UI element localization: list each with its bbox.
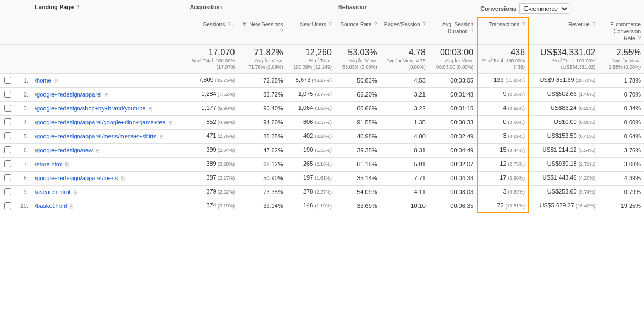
sessions-col-header[interactable]: Sessions ? ↓ [186,18,238,44]
totals-new-sessions-cell: 71.82% Avg for View: 71.76% (0.09%) [238,44,286,73]
copy-icon[interactable]: ⎘ [55,78,58,84]
page-link[interactable]: /store.html [35,161,62,167]
row-checkbox[interactable] [4,105,11,112]
row-num: 1. [15,73,32,87]
page-link[interactable]: /google+redesign/new [35,147,93,153]
page-link[interactable]: /google+redesign/apparel/mens [35,175,118,181]
row-sessions: 1,177 (6.90%) [186,101,238,115]
row-page: /home ⎘ [32,73,186,87]
row-ecommerce-rate: 0.34% [598,101,644,115]
totals-avg-session-sub: Avg for View: 00:03:00 (0.00%) [432,57,473,71]
row-num: 3. [15,101,32,115]
avg-session-col-header[interactable]: Avg. Session Duration ? [429,18,477,44]
new-users-help-icon[interactable]: ? [328,21,332,27]
row-page: /basket.html ⎘ [32,199,186,213]
row-avg-session: 00:01:15 [429,101,477,115]
row-new-users: 190 (1.55%) [287,143,335,157]
row-checkbox-cell[interactable] [0,185,15,199]
copy-icon[interactable]: ⎘ [70,203,73,209]
pages-session-label: Pages/Session [384,21,420,27]
table-row: 4. /google+redesign/apparel/google+dino+… [0,115,644,129]
row-new-sessions: 94.60% [238,115,286,129]
bounce-rate-help-icon[interactable]: ? [374,21,377,27]
ecommerce-rate-help-icon[interactable]: ? [638,35,641,41]
page-link[interactable]: /google+redesign/apparel/google+dino+gam… [35,119,165,125]
table-row: 3. /google+redesign/shop+by+brand/youtub… [0,101,644,115]
pages-session-col-header[interactable]: Pages/Session ? [380,18,429,44]
ecommerce-rate-col-header[interactable]: E-commerce Conversion Rate ? [598,18,644,44]
copy-icon[interactable]: ⎘ [96,147,99,153]
row-transactions: 72 (16.51%) [477,199,529,213]
revenue-help-icon[interactable]: ? [592,21,596,27]
avg-session-help-icon[interactable]: ? [471,28,474,34]
revenue-col-header[interactable]: Revenue ? [529,18,598,44]
row-sessions: 471 (2.76%) [186,129,238,143]
pages-session-help-icon[interactable]: ? [422,21,426,27]
row-new-users: 806 (6.57%) [287,115,335,129]
bounce-rate-col-header[interactable]: Bounce Rate ? [335,18,380,44]
totals-sessions-cell: 17,070 % of Total: 100.00% (17,070) [186,44,238,73]
row-checkbox-cell[interactable] [0,157,15,171]
row-bounce-rate: 60.66% [335,101,380,115]
copy-icon[interactable]: ⎘ [65,161,69,167]
copy-icon[interactable]: ⎘ [160,133,163,139]
row-checkbox[interactable] [4,118,11,125]
row-new-sessions: 68.12% [238,157,286,171]
landing-page-help-icon[interactable]: ? [76,4,79,10]
conversions-group-header: Conversions E-commerce Goals [477,0,644,18]
totals-new-users-sub: % of Total: 100.09% (12,249) [290,57,332,71]
row-checkbox-cell[interactable] [0,171,15,185]
row-pages-session: 4.80 [380,129,429,143]
row-checkbox[interactable] [4,160,11,167]
new-users-col-header[interactable]: New Users ? [287,18,335,44]
row-new-sessions: 50.90% [238,171,286,185]
row-bounce-rate: 39.35% [335,143,380,157]
row-checkbox[interactable] [4,188,11,195]
totals-revenue-value: US$34,331.02 [532,48,595,57]
row-checkbox[interactable] [4,174,11,181]
row-ecommerce-rate: 0.64% [598,129,644,143]
page-link[interactable]: /basket.html [35,203,67,209]
row-checkbox[interactable] [4,77,11,84]
row-checkbox-cell[interactable] [0,129,15,143]
table-row: 2. /google+redesign/apparel ⎘ 1,284 (7.5… [0,87,644,101]
row-bounce-rate: 40.98% [335,129,380,143]
totals-avg-session-cell: 00:03:00 Avg for View: 00:03:00 (0.00%) [429,44,477,73]
page-link[interactable]: /google+redesign/shop+by+brand/youtube [35,105,145,112]
row-checkbox[interactable] [4,91,11,98]
new-sessions-col-header[interactable]: % New Sessions ? [238,18,286,44]
copy-icon[interactable]: ⎘ [105,92,108,98]
sessions-help-icon[interactable]: ? [228,21,231,27]
transactions-help-icon[interactable]: ? [522,21,525,27]
row-checkbox[interactable] [4,132,11,139]
new-sessions-help-icon[interactable]: ? [280,28,283,34]
page-link[interactable]: /home [35,77,52,84]
row-sessions: 389 (2.28%) [186,157,238,171]
row-checkbox[interactable] [4,202,11,209]
row-checkbox-cell[interactable] [0,87,15,101]
copy-icon[interactable]: ⎘ [169,120,172,125]
page-link[interactable]: /google+redesign/apparel [35,91,101,98]
page-link[interactable]: /google+redesign/apparel/mens/mens+t+shi… [35,133,157,139]
row-checkbox-cell[interactable] [0,143,15,157]
row-sessions: 374 (2.19%) [186,199,238,213]
behaviour-label: Behaviour [338,4,367,10]
copy-icon[interactable]: ⎘ [121,175,125,181]
row-revenue: US$253.60 (0.74%) [529,185,598,199]
row-avg-session: 00:04:49 [429,143,477,157]
totals-page-cell [32,44,186,73]
totals-ecommerce-cell: 2.55% Avg for View: 2.55% (0.00%) [598,44,644,73]
row-checkbox-cell[interactable] [0,199,15,213]
page-link[interactable]: /asearch.html [35,189,70,195]
transactions-col-header[interactable]: Transactions ? [477,18,529,44]
row-ecommerce-rate: 4.39% [598,171,644,185]
ecommerce-rate-label: E-commerce Conversion Rate [610,21,641,41]
row-checkbox-cell[interactable] [0,73,15,87]
row-checkbox[interactable] [4,146,11,153]
row-checkbox-cell[interactable] [0,115,15,129]
row-checkbox-cell[interactable] [0,101,15,115]
copy-icon[interactable]: ⎘ [74,189,77,195]
copy-icon[interactable]: ⎘ [149,106,152,112]
conversions-type-select[interactable]: E-commerce Goals [519,3,569,14]
sessions-sort-icon[interactable]: ↓ [232,21,235,27]
